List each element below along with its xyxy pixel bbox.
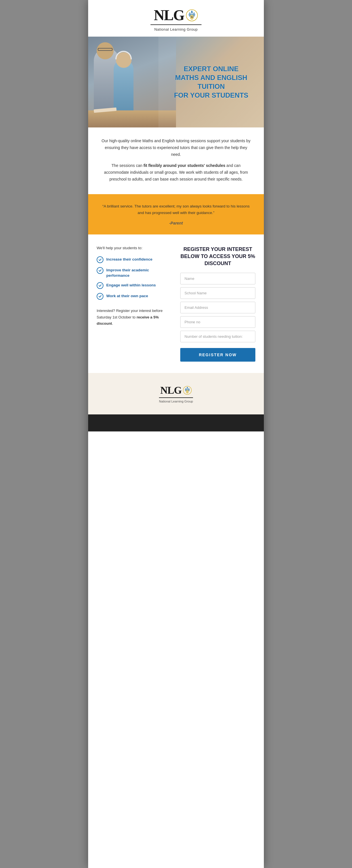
testimonial-author: -Parent [102, 221, 250, 225]
email-field-group [180, 302, 255, 313]
logo-letters: NLG [154, 8, 184, 23]
crest-icon: NLG [186, 9, 198, 22]
register-heading-line2: BELOW TO ACCESS YOUR 5% [180, 253, 255, 259]
right-column: REGISTER YOUR INTEREST BELOW TO ACCESS Y… [180, 246, 255, 362]
hero-title-line1: EXPERT ONLINE [184, 65, 238, 73]
list-item: Work at their own pace [97, 293, 172, 300]
phone-input[interactable] [180, 316, 255, 328]
phone-field-group [180, 316, 255, 328]
check-icon [97, 293, 103, 300]
benefit-label-3: Engage well within lessons [106, 282, 156, 288]
check-icon [97, 256, 103, 263]
list-item: Improve their academic performance [97, 267, 172, 278]
footer-logo-letters: NLG [160, 384, 181, 396]
name-field-group [180, 273, 255, 284]
bottom-bar [88, 414, 264, 431]
register-heading-line3: DISCOUNT [205, 260, 231, 266]
hero-text-overlay: EXPERT ONLINE MATHS AND ENGLISH TUITION … [159, 37, 264, 127]
content-section: We'll help your students to: Increase th… [88, 235, 264, 373]
description-para2: The sessions can fit flexibly around you… [100, 162, 252, 183]
benefit-label-1: Increase their confidence [106, 256, 152, 262]
footer-logo-underline [159, 397, 193, 398]
svg-rect-5 [186, 390, 188, 393]
cta-text: Interested? Register your interest befor… [97, 308, 172, 327]
description-para1: Our high-quality online Maths and Englis… [100, 138, 252, 158]
school-field-group [180, 287, 255, 299]
benefits-intro: We'll help your students to: [97, 246, 172, 250]
svg-point-2 [191, 13, 193, 15]
hero-title: EXPERT ONLINE MATHS AND ENGLISH TUITION … [164, 64, 258, 100]
footer-logo: NLG [160, 384, 191, 396]
name-input[interactable] [180, 273, 255, 284]
students-field-group [180, 331, 255, 342]
hero-title-line2: MATHS AND ENGLISH TUITION [175, 74, 247, 90]
email-input[interactable] [180, 302, 255, 313]
check-icon [97, 267, 103, 274]
footer-crest-icon [183, 386, 192, 395]
hero-title-line3: FOR YOUR STUDENTS [174, 91, 248, 99]
footer: NLG National Learning Group [88, 373, 264, 414]
school-name-input[interactable] [180, 287, 255, 299]
testimonial-quote: “A brilliant service. The tutors are exc… [102, 203, 250, 216]
list-item: Increase their confidence [97, 256, 172, 263]
register-now-button[interactable]: REGISTER NOW [180, 348, 255, 362]
left-column: We'll help your students to: Increase th… [97, 246, 172, 327]
check-icon [97, 282, 103, 289]
register-heading: REGISTER YOUR INTEREST BELOW TO ACCESS Y… [180, 246, 255, 268]
svg-point-6 [186, 389, 188, 390]
register-heading-line1: REGISTER YOUR INTEREST [183, 246, 252, 252]
students-input[interactable] [180, 331, 255, 342]
benefit-label-4: Work at their own pace [106, 293, 148, 299]
logo-tagline: National Learning Group [94, 27, 258, 32]
list-item: Engage well within lessons [97, 282, 172, 289]
testimonial-section: “A brilliant service. The tutors are exc… [88, 194, 264, 235]
benefit-label-2: Improve their academic performance [106, 267, 172, 278]
benefits-list: Increase their confidence Improve their … [97, 256, 172, 300]
logo-underline [150, 24, 202, 25]
footer-tagline: National Learning Group [94, 400, 258, 403]
hero-banner: EXPERT ONLINE MATHS AND ENGLISH TUITION … [88, 37, 264, 127]
header: NLG NLG National Learning Group [88, 0, 264, 37]
logo: NLG NLG [154, 8, 199, 23]
description-section: Our high-quality online Maths and Englis… [88, 127, 264, 194]
